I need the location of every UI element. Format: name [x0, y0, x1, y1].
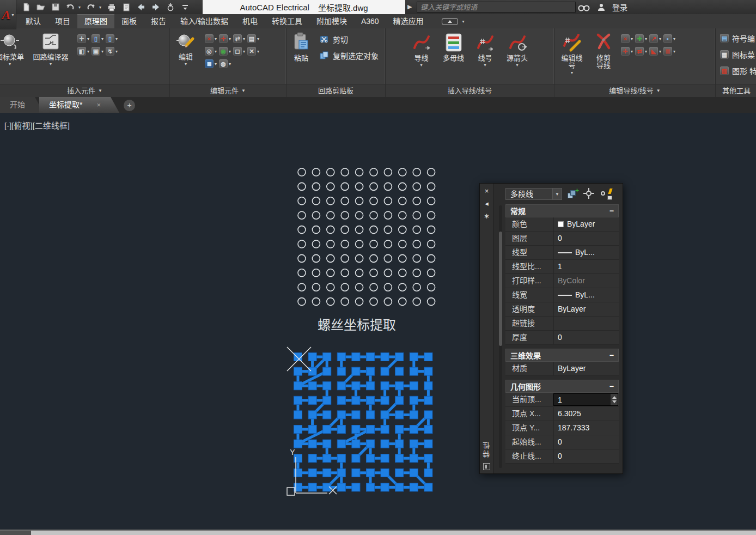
small-tool-button[interactable]: ◍▾ — [219, 59, 231, 68]
vertex-grip[interactable] — [395, 382, 404, 390]
screw-circle[interactable] — [327, 168, 334, 176]
vertex-grip[interactable] — [395, 353, 404, 361]
ribbon-tab-3[interactable]: 原理图 — [77, 14, 114, 28]
vertex-grip[interactable] — [367, 454, 375, 463]
chevron-down-icon[interactable]: ▾ — [645, 49, 647, 54]
screw-circle[interactable] — [428, 240, 435, 248]
chevron-down-icon[interactable]: ▾ — [257, 37, 259, 41]
screw-circle[interactable] — [413, 298, 420, 306]
open-file-icon[interactable] — [34, 1, 47, 13]
viewport-controls[interactable]: [-][俯视][二维线框] — [4, 119, 70, 131]
vertex-grip[interactable] — [352, 353, 360, 361]
screw-circle[interactable] — [413, 283, 420, 291]
toolsets-icon[interactable] — [164, 1, 177, 13]
palette-scrollbar-thumb[interactable] — [499, 232, 502, 346]
palette-title-strip[interactable]: × ◂ ∗ 特性 — [480, 184, 494, 473]
vertex-grip[interactable] — [308, 411, 316, 419]
screw-circle[interactable] — [370, 240, 377, 248]
vertex-grip[interactable] — [337, 425, 345, 434]
vertex-grip[interactable] — [352, 454, 360, 463]
vertex-grip[interactable] — [410, 469, 418, 477]
screw-circle[interactable] — [356, 168, 363, 176]
vertex-grip[interactable] — [323, 411, 331, 419]
vertex-grip[interactable] — [308, 440, 316, 448]
screw-circle[interactable] — [312, 254, 320, 262]
vertex-grip[interactable] — [424, 396, 432, 404]
vertex-grip[interactable] — [424, 440, 432, 448]
chevron-down-icon[interactable]: ▾ — [645, 37, 647, 41]
spinner-down-icon[interactable] — [612, 400, 617, 403]
screw-circle[interactable] — [312, 168, 320, 176]
small-tool-button[interactable]: ✚▾ — [635, 34, 647, 43]
vertex-grip[interactable] — [294, 483, 302, 491]
vertex-grip[interactable] — [381, 367, 389, 375]
trim-wire-button[interactable]: 修剪导线 — [589, 30, 618, 84]
vertex-grip[interactable] — [410, 425, 418, 434]
autohide-icon[interactable]: ◂ — [483, 199, 491, 208]
panel-label-edit-wires[interactable]: 编辑导线/线号▼ — [554, 84, 715, 97]
screw-circle[interactable] — [399, 211, 406, 219]
vertex-grip[interactable] — [410, 396, 418, 404]
small-tool-button[interactable]: ▯▾ — [106, 34, 118, 43]
ribbon-tab-2[interactable]: 项目 — [48, 14, 77, 28]
title-expand-icon[interactable]: ▶ — [407, 3, 412, 10]
symbol-builder-button[interactable]: ▤ 符号编 — [720, 32, 756, 44]
vertex-grip[interactable] — [308, 469, 316, 477]
vertex-grip[interactable] — [381, 483, 389, 491]
vertex-grip[interactable] — [367, 367, 375, 375]
vertex-grip[interactable] — [424, 425, 432, 434]
screw-circle[interactable] — [413, 226, 420, 234]
screw-circle[interactable] — [384, 168, 392, 176]
value-spinner[interactable] — [611, 394, 618, 405]
multiple-bus-button[interactable]: 多母线 — [438, 30, 469, 84]
chevron-down-icon[interactable]: ▾ — [229, 37, 231, 41]
screw-circle[interactable] — [356, 298, 363, 306]
screw-circle[interactable] — [428, 254, 435, 262]
property-value[interactable]: 0 — [553, 435, 619, 449]
vertex-grip[interactable] — [352, 396, 360, 404]
user-icon[interactable] — [595, 1, 608, 13]
chevron-down-icon[interactable]: ▾ — [659, 37, 661, 41]
small-tool-button[interactable]: ⇄▾ — [233, 34, 245, 43]
small-tool-button[interactable]: ×▾ — [621, 34, 633, 43]
screw-circle[interactable] — [428, 298, 435, 306]
screw-circle[interactable] — [356, 183, 363, 190]
property-value[interactable] — [553, 317, 619, 330]
screw-circle[interactable] — [341, 168, 349, 176]
screw-circle[interactable] — [399, 254, 406, 262]
chevron-down-icon[interactable]: ▾ — [257, 49, 259, 54]
chevron-down-icon[interactable]: ▾ — [462, 19, 465, 24]
vertex-grip[interactable] — [367, 469, 375, 477]
file-tab-1[interactable]: 开始 — [0, 97, 44, 113]
vertex-grip[interactable] — [367, 411, 375, 419]
vertex-grip[interactable] — [294, 425, 302, 434]
screw-circle[interactable] — [298, 183, 306, 190]
vertex-grip[interactable] — [294, 382, 302, 390]
vertex-grip[interactable] — [352, 440, 360, 448]
chevron-down-icon[interactable]: ▾ — [99, 5, 103, 10]
small-tool-button[interactable]: ≣▾ — [663, 47, 675, 56]
screw-circle[interactable] — [384, 197, 392, 205]
vertex-grip[interactable] — [352, 367, 360, 375]
screw-circle[interactable] — [298, 211, 306, 219]
vertex-grip[interactable] — [337, 440, 345, 448]
screw-circle[interactable] — [428, 211, 435, 219]
screw-circle[interactable] — [341, 269, 349, 277]
collapse-icon[interactable]: − — [609, 351, 614, 360]
screw-circle[interactable] — [312, 298, 320, 306]
new-file-icon[interactable] — [20, 1, 33, 13]
vertex-grip[interactable] — [294, 469, 302, 477]
vertex-grip[interactable] — [308, 396, 316, 404]
vertex-grip[interactable] — [367, 483, 375, 491]
property-value[interactable]: 0 — [553, 449, 619, 463]
screw-circle[interactable] — [413, 211, 420, 219]
screw-circle[interactable] — [399, 226, 406, 234]
chevron-down-icon[interactable]: ▾ — [229, 62, 231, 66]
new-sheet-icon[interactable] — [120, 1, 133, 13]
screw-circle[interactable] — [298, 283, 306, 291]
screw-circle[interactable] — [312, 240, 320, 248]
screw-circle[interactable] — [356, 211, 363, 219]
vertex-grip[interactable] — [424, 483, 432, 491]
vertex-grip[interactable] — [337, 483, 345, 491]
spinner-up-icon[interactable] — [612, 396, 617, 399]
